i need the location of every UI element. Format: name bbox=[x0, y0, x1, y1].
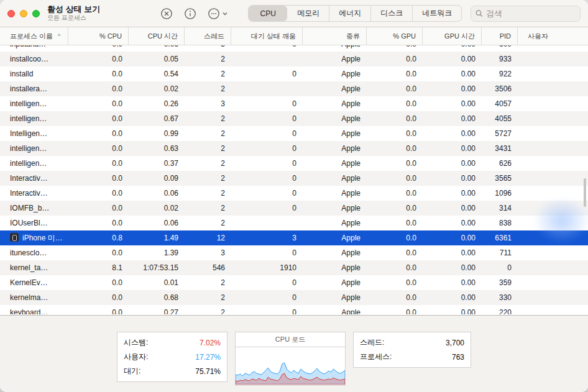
process-table: inputana…0.00.0630Apple0.00.00600install… bbox=[0, 45, 588, 314]
stat-value: 17.27% bbox=[195, 353, 221, 362]
cell-kind: Apple bbox=[303, 141, 367, 156]
cell-gpu: 0.0 bbox=[367, 216, 423, 230]
process-row[interactable]: inputana…0.00.0630Apple0.00.00600 bbox=[0, 45, 588, 52]
cell-threads: 2 bbox=[185, 305, 231, 314]
search-field[interactable] bbox=[471, 6, 581, 22]
column-header-kind[interactable]: 종류 bbox=[303, 27, 367, 45]
cell-gpu_time: 0.00 bbox=[423, 186, 482, 201]
process-row[interactable]: intelligen…0.00.6720Apple0.00.004055 bbox=[0, 111, 588, 126]
tab-메모리[interactable]: 메모리 bbox=[287, 6, 329, 21]
cell-gpu_time: 0.00 bbox=[423, 141, 482, 156]
cell-idle_wakeups: 0 bbox=[231, 96, 303, 111]
process-row[interactable]: KernelEv…0.00.0120Apple0.00.00359 bbox=[0, 275, 588, 290]
cell-cpu: 0.0 bbox=[68, 186, 129, 201]
cell-threads: 3 bbox=[185, 245, 231, 260]
cpu-load-chart-column: CPU 로드 bbox=[235, 332, 346, 386]
cell-gpu: 0.0 bbox=[367, 126, 423, 141]
cell-kind: Apple bbox=[303, 52, 367, 66]
zoom-window-button[interactable] bbox=[32, 10, 40, 17]
tab-디스크[interactable]: 디스크 bbox=[370, 6, 412, 21]
more-options-button[interactable] bbox=[207, 7, 229, 21]
column-header-gpu_time[interactable]: GPU 시간 bbox=[423, 27, 482, 45]
cell-cpu: 0.0 bbox=[68, 52, 129, 66]
process-row[interactable]: Interactiv…0.00.0920Apple0.00.003565 bbox=[0, 171, 588, 186]
process-row[interactable]: intelligen…0.00.2630Apple0.00.004057 bbox=[0, 96, 588, 111]
process-row[interactable]: installd0.00.5420Apple0.00.00922 bbox=[0, 66, 588, 81]
tab-CPU[interactable]: CPU bbox=[249, 6, 287, 21]
cpu-load-chart bbox=[235, 347, 346, 386]
inspect-process-button[interactable] bbox=[183, 7, 197, 21]
cell-pid: 3506 bbox=[482, 81, 518, 96]
cell-gpu: 0.0 bbox=[367, 96, 423, 111]
cell-kind: Apple bbox=[303, 290, 367, 305]
cell-kind: Apple bbox=[303, 126, 367, 141]
process-row[interactable]: iPhone 미…0.81.49123Apple0.00.006361 bbox=[0, 230, 588, 245]
cell-cpu_time: 0.06 bbox=[129, 216, 185, 230]
stat-row: 대기:75.71% bbox=[117, 364, 227, 378]
cell-idle_wakeups: 0 bbox=[231, 245, 303, 260]
column-header-pid[interactable]: PID bbox=[482, 27, 518, 45]
close-window-button[interactable] bbox=[7, 10, 15, 17]
stat-value: 75.71% bbox=[195, 367, 221, 376]
window-title: 활성 상태 보기 bbox=[47, 5, 100, 14]
process-row[interactable]: itunesclo…0.01.3930Apple0.00.00711 bbox=[0, 245, 588, 260]
process-row[interactable]: Interactiv…0.00.0620Apple0.00.001096 bbox=[0, 186, 588, 201]
column-header-cpu[interactable]: % CPU bbox=[68, 27, 129, 45]
process-row[interactable]: kernel_ta…8.11:07:53.155461910Apple0.00.… bbox=[0, 260, 588, 275]
tab-네트워크[interactable]: 네트워크 bbox=[412, 6, 461, 21]
column-header-gpu[interactable]: % GPU bbox=[367, 27, 423, 45]
cell-pid: 1096 bbox=[482, 186, 518, 201]
search-input[interactable] bbox=[486, 9, 576, 18]
process-row[interactable]: installcoo…0.00.052Apple0.00.00933 bbox=[0, 52, 588, 66]
column-header-cpu_time[interactable]: CPU 시간 bbox=[129, 27, 185, 45]
cpu-load-title: CPU 로드 bbox=[235, 332, 346, 347]
cell-threads: 2 bbox=[185, 201, 231, 216]
process-row[interactable]: IOMFB_b…0.00.0220Apple0.00.00314 bbox=[0, 201, 588, 216]
minimize-window-button[interactable] bbox=[20, 10, 27, 17]
cell-idle_wakeups: 3 bbox=[231, 230, 303, 245]
process-name: installd bbox=[0, 66, 68, 81]
process-row[interactable]: IOUserBl…0.00.062Apple0.00.00838 bbox=[0, 216, 588, 230]
cell-idle_wakeups: 0 bbox=[231, 141, 303, 156]
cell-gpu_time: 0.00 bbox=[423, 230, 482, 245]
table-header: 프로세스 이름^% CPUCPU 시간스레드대기 상태 깨움종류% GPUGPU… bbox=[0, 27, 588, 45]
quit-process-button[interactable] bbox=[160, 7, 173, 21]
cell-threads: 2 bbox=[185, 290, 231, 305]
view-tabs: CPU메모리에너지디스크네트워크 bbox=[248, 5, 462, 22]
column-header-name[interactable]: 프로세스 이름^ bbox=[0, 27, 68, 45]
titlebar: 활성 상태 보기 모든 프로세스 bbox=[0, 0, 588, 27]
cell-cpu_time: 0.54 bbox=[129, 66, 185, 81]
cell-cpu: 0.0 bbox=[68, 81, 129, 96]
cell-gpu_time: 0.00 bbox=[423, 171, 482, 186]
process-name: IOUserBl… bbox=[0, 216, 68, 230]
cell-kind: Apple bbox=[303, 305, 367, 314]
cell-threads: 2 bbox=[185, 81, 231, 96]
process-row[interactable]: keyboard…0.00.2720Apple0.00.00220 bbox=[0, 305, 588, 314]
column-header-threads[interactable]: 스레드 bbox=[185, 27, 231, 45]
cell-pid: 0 bbox=[482, 260, 518, 275]
cell-kind: Apple bbox=[303, 186, 367, 201]
stat-value: 3,700 bbox=[446, 339, 464, 347]
process-row[interactable]: Intelligen…0.00.9920Apple0.00.005727 bbox=[0, 126, 588, 141]
cell-gpu: 0.0 bbox=[367, 275, 423, 290]
tab-에너지[interactable]: 에너지 bbox=[329, 6, 370, 21]
stat-value: 7.02% bbox=[200, 339, 221, 347]
process-row[interactable]: intelligen…0.00.6320Apple0.00.003431 bbox=[0, 141, 588, 156]
process-row[interactable]: intelligen…0.00.3720Apple0.00.00626 bbox=[0, 156, 588, 171]
cell-gpu: 0.0 bbox=[367, 171, 423, 186]
column-header-idle_wakeups[interactable]: 대기 상태 깨움 bbox=[231, 27, 303, 45]
cell-cpu: 0.0 bbox=[68, 201, 129, 216]
cell-cpu: 0.0 bbox=[68, 126, 129, 141]
process-name: IOMFB_b… bbox=[0, 201, 68, 216]
column-header-user[interactable]: 사용자 bbox=[518, 27, 588, 45]
process-row[interactable]: installera…0.00.022Apple0.00.003506 bbox=[0, 81, 588, 96]
cell-idle_wakeups: 0 bbox=[231, 186, 303, 201]
column-label: 프로세스 이름 bbox=[10, 32, 53, 41]
cell-cpu: 0.0 bbox=[68, 45, 129, 52]
cell-idle_wakeups: 0 bbox=[231, 290, 303, 305]
cell-cpu_time: 0.05 bbox=[129, 52, 185, 66]
footer-stats-panel: 시스템:7.02%사용자:17.27%대기:75.71% CPU 로드 스레드:… bbox=[0, 315, 588, 392]
cell-gpu_time: 0.00 bbox=[423, 290, 482, 305]
process-row[interactable]: kernelma…0.00.6820Apple0.00.00330 bbox=[0, 290, 588, 305]
scrollbar-thumb[interactable] bbox=[584, 178, 586, 207]
